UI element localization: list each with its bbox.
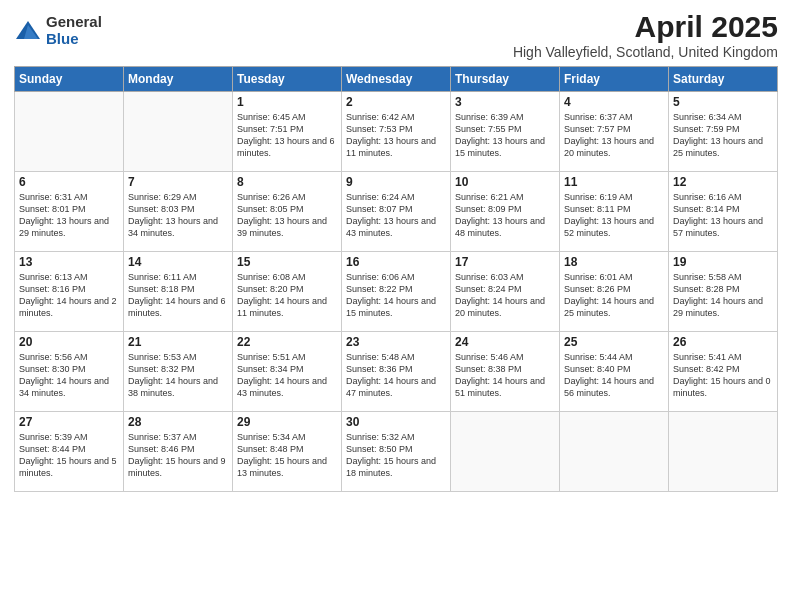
calendar-cell: 14Sunrise: 6:11 AM Sunset: 8:18 PM Dayli… bbox=[124, 252, 233, 332]
calendar-cell: 30Sunrise: 5:32 AM Sunset: 8:50 PM Dayli… bbox=[342, 412, 451, 492]
day-info: Sunrise: 6:03 AM Sunset: 8:24 PM Dayligh… bbox=[455, 271, 555, 320]
calendar-cell: 4Sunrise: 6:37 AM Sunset: 7:57 PM Daylig… bbox=[560, 92, 669, 172]
calendar-cell: 23Sunrise: 5:48 AM Sunset: 8:36 PM Dayli… bbox=[342, 332, 451, 412]
calendar-cell: 5Sunrise: 6:34 AM Sunset: 7:59 PM Daylig… bbox=[669, 92, 778, 172]
day-number: 11 bbox=[564, 175, 664, 189]
day-info: Sunrise: 5:39 AM Sunset: 8:44 PM Dayligh… bbox=[19, 431, 119, 480]
calendar-cell: 2Sunrise: 6:42 AM Sunset: 7:53 PM Daylig… bbox=[342, 92, 451, 172]
day-info: Sunrise: 6:31 AM Sunset: 8:01 PM Dayligh… bbox=[19, 191, 119, 240]
calendar-cell: 27Sunrise: 5:39 AM Sunset: 8:44 PM Dayli… bbox=[15, 412, 124, 492]
header: General Blue April 2025 High Valleyfield… bbox=[14, 10, 778, 60]
calendar-week-2: 13Sunrise: 6:13 AM Sunset: 8:16 PM Dayli… bbox=[15, 252, 778, 332]
calendar-cell bbox=[15, 92, 124, 172]
day-info: Sunrise: 6:34 AM Sunset: 7:59 PM Dayligh… bbox=[673, 111, 773, 160]
day-number: 19 bbox=[673, 255, 773, 269]
calendar-cell: 1Sunrise: 6:45 AM Sunset: 7:51 PM Daylig… bbox=[233, 92, 342, 172]
day-info: Sunrise: 6:11 AM Sunset: 8:18 PM Dayligh… bbox=[128, 271, 228, 320]
day-number: 20 bbox=[19, 335, 119, 349]
calendar-week-3: 20Sunrise: 5:56 AM Sunset: 8:30 PM Dayli… bbox=[15, 332, 778, 412]
day-number: 24 bbox=[455, 335, 555, 349]
calendar-cell bbox=[451, 412, 560, 492]
calendar-header-monday: Monday bbox=[124, 67, 233, 92]
day-number: 28 bbox=[128, 415, 228, 429]
day-info: Sunrise: 5:37 AM Sunset: 8:46 PM Dayligh… bbox=[128, 431, 228, 480]
calendar-cell: 28Sunrise: 5:37 AM Sunset: 8:46 PM Dayli… bbox=[124, 412, 233, 492]
day-info: Sunrise: 5:34 AM Sunset: 8:48 PM Dayligh… bbox=[237, 431, 337, 480]
day-info: Sunrise: 5:41 AM Sunset: 8:42 PM Dayligh… bbox=[673, 351, 773, 400]
day-number: 18 bbox=[564, 255, 664, 269]
day-number: 13 bbox=[19, 255, 119, 269]
calendar-header-friday: Friday bbox=[560, 67, 669, 92]
logo-blue: Blue bbox=[46, 31, 102, 48]
day-info: Sunrise: 6:29 AM Sunset: 8:03 PM Dayligh… bbox=[128, 191, 228, 240]
calendar-cell bbox=[669, 412, 778, 492]
calendar-cell: 21Sunrise: 5:53 AM Sunset: 8:32 PM Dayli… bbox=[124, 332, 233, 412]
day-info: Sunrise: 6:39 AM Sunset: 7:55 PM Dayligh… bbox=[455, 111, 555, 160]
calendar-cell: 11Sunrise: 6:19 AM Sunset: 8:11 PM Dayli… bbox=[560, 172, 669, 252]
day-info: Sunrise: 6:26 AM Sunset: 8:05 PM Dayligh… bbox=[237, 191, 337, 240]
day-number: 6 bbox=[19, 175, 119, 189]
logo-general: General bbox=[46, 14, 102, 31]
calendar-header-thursday: Thursday bbox=[451, 67, 560, 92]
day-info: Sunrise: 5:53 AM Sunset: 8:32 PM Dayligh… bbox=[128, 351, 228, 400]
calendar-cell: 19Sunrise: 5:58 AM Sunset: 8:28 PM Dayli… bbox=[669, 252, 778, 332]
day-number: 10 bbox=[455, 175, 555, 189]
calendar-cell: 12Sunrise: 6:16 AM Sunset: 8:14 PM Dayli… bbox=[669, 172, 778, 252]
calendar-week-4: 27Sunrise: 5:39 AM Sunset: 8:44 PM Dayli… bbox=[15, 412, 778, 492]
day-number: 22 bbox=[237, 335, 337, 349]
day-number: 5 bbox=[673, 95, 773, 109]
day-info: Sunrise: 6:45 AM Sunset: 7:51 PM Dayligh… bbox=[237, 111, 337, 160]
day-number: 16 bbox=[346, 255, 446, 269]
day-number: 8 bbox=[237, 175, 337, 189]
day-number: 14 bbox=[128, 255, 228, 269]
calendar-cell bbox=[124, 92, 233, 172]
calendar-cell: 8Sunrise: 6:26 AM Sunset: 8:05 PM Daylig… bbox=[233, 172, 342, 252]
calendar-cell: 17Sunrise: 6:03 AM Sunset: 8:24 PM Dayli… bbox=[451, 252, 560, 332]
calendar: SundayMondayTuesdayWednesdayThursdayFrid… bbox=[14, 66, 778, 492]
calendar-cell: 29Sunrise: 5:34 AM Sunset: 8:48 PM Dayli… bbox=[233, 412, 342, 492]
day-number: 30 bbox=[346, 415, 446, 429]
calendar-header-saturday: Saturday bbox=[669, 67, 778, 92]
day-info: Sunrise: 6:37 AM Sunset: 7:57 PM Dayligh… bbox=[564, 111, 664, 160]
calendar-cell: 16Sunrise: 6:06 AM Sunset: 8:22 PM Dayli… bbox=[342, 252, 451, 332]
calendar-cell: 15Sunrise: 6:08 AM Sunset: 8:20 PM Dayli… bbox=[233, 252, 342, 332]
calendar-cell: 18Sunrise: 6:01 AM Sunset: 8:26 PM Dayli… bbox=[560, 252, 669, 332]
day-number: 17 bbox=[455, 255, 555, 269]
calendar-week-0: 1Sunrise: 6:45 AM Sunset: 7:51 PM Daylig… bbox=[15, 92, 778, 172]
day-info: Sunrise: 5:44 AM Sunset: 8:40 PM Dayligh… bbox=[564, 351, 664, 400]
page: General Blue April 2025 High Valleyfield… bbox=[0, 0, 792, 612]
day-number: 4 bbox=[564, 95, 664, 109]
calendar-cell: 25Sunrise: 5:44 AM Sunset: 8:40 PM Dayli… bbox=[560, 332, 669, 412]
day-number: 3 bbox=[455, 95, 555, 109]
calendar-cell: 10Sunrise: 6:21 AM Sunset: 8:09 PM Dayli… bbox=[451, 172, 560, 252]
day-number: 23 bbox=[346, 335, 446, 349]
subtitle: High Valleyfield, Scotland, United Kingd… bbox=[513, 44, 778, 60]
day-info: Sunrise: 5:51 AM Sunset: 8:34 PM Dayligh… bbox=[237, 351, 337, 400]
day-info: Sunrise: 6:16 AM Sunset: 8:14 PM Dayligh… bbox=[673, 191, 773, 240]
day-info: Sunrise: 5:46 AM Sunset: 8:38 PM Dayligh… bbox=[455, 351, 555, 400]
day-number: 1 bbox=[237, 95, 337, 109]
logo: General Blue bbox=[14, 14, 102, 47]
calendar-cell: 13Sunrise: 6:13 AM Sunset: 8:16 PM Dayli… bbox=[15, 252, 124, 332]
day-info: Sunrise: 6:06 AM Sunset: 8:22 PM Dayligh… bbox=[346, 271, 446, 320]
day-info: Sunrise: 6:42 AM Sunset: 7:53 PM Dayligh… bbox=[346, 111, 446, 160]
calendar-cell: 3Sunrise: 6:39 AM Sunset: 7:55 PM Daylig… bbox=[451, 92, 560, 172]
day-number: 29 bbox=[237, 415, 337, 429]
day-info: Sunrise: 6:21 AM Sunset: 8:09 PM Dayligh… bbox=[455, 191, 555, 240]
day-number: 7 bbox=[128, 175, 228, 189]
calendar-cell: 26Sunrise: 5:41 AM Sunset: 8:42 PM Dayli… bbox=[669, 332, 778, 412]
day-number: 26 bbox=[673, 335, 773, 349]
calendar-cell: 22Sunrise: 5:51 AM Sunset: 8:34 PM Dayli… bbox=[233, 332, 342, 412]
calendar-cell: 7Sunrise: 6:29 AM Sunset: 8:03 PM Daylig… bbox=[124, 172, 233, 252]
calendar-cell bbox=[560, 412, 669, 492]
logo-icon bbox=[14, 17, 42, 45]
day-info: Sunrise: 6:19 AM Sunset: 8:11 PM Dayligh… bbox=[564, 191, 664, 240]
day-number: 9 bbox=[346, 175, 446, 189]
calendar-header-sunday: Sunday bbox=[15, 67, 124, 92]
calendar-header-row: SundayMondayTuesdayWednesdayThursdayFrid… bbox=[15, 67, 778, 92]
day-info: Sunrise: 5:58 AM Sunset: 8:28 PM Dayligh… bbox=[673, 271, 773, 320]
day-number: 25 bbox=[564, 335, 664, 349]
day-info: Sunrise: 5:32 AM Sunset: 8:50 PM Dayligh… bbox=[346, 431, 446, 480]
calendar-cell: 6Sunrise: 6:31 AM Sunset: 8:01 PM Daylig… bbox=[15, 172, 124, 252]
day-number: 2 bbox=[346, 95, 446, 109]
